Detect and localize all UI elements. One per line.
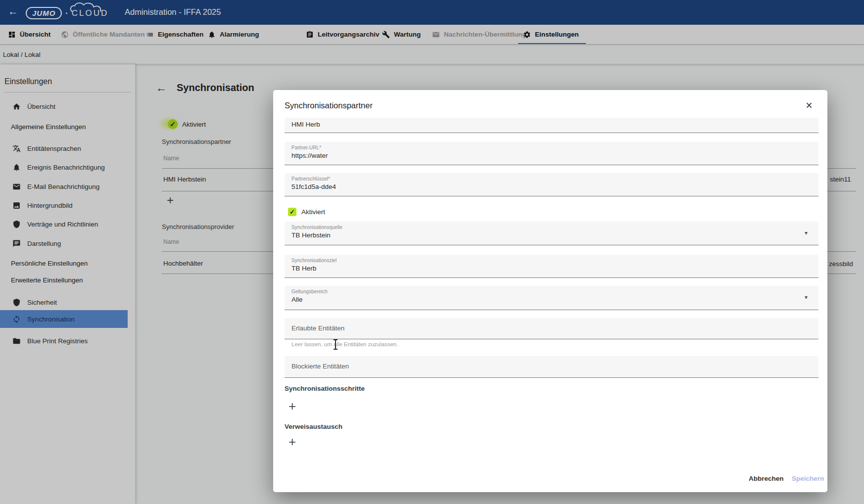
synchronisationspartner-dialog: Synchronisationspartner × HMI Herb Partn… bbox=[273, 90, 827, 492]
field-label: Partnerschlüssel* bbox=[291, 176, 818, 182]
cancel-button[interactable]: Abbrechen bbox=[749, 475, 784, 482]
chevron-down-icon[interactable]: ▾ bbox=[805, 229, 808, 236]
blockierte-entitaeten-field[interactable]: Blockierte Entitäten bbox=[285, 356, 818, 378]
partner-url-field[interactable]: Partner-URL* https://water bbox=[285, 142, 818, 165]
field-value: https://water bbox=[291, 152, 818, 159]
field-label: Geltungsbereich bbox=[291, 289, 818, 294]
close-icon[interactable]: × bbox=[802, 98, 816, 113]
text-cursor bbox=[335, 340, 336, 349]
field-label: Synchronisationsquelle bbox=[291, 225, 818, 230]
name-value: HMI Herb bbox=[291, 121, 818, 128]
aktiviert-label: Aktiviert bbox=[301, 208, 325, 216]
synchronisationsquelle-select[interactable]: Synchronisationsquelle TB Herbstein ▾ bbox=[285, 222, 818, 245]
field-label: Synchronisationsziel bbox=[291, 258, 818, 263]
erlaubte-entitaeten-hint: Leer lassen, um alle Entitäten zuzulasse… bbox=[291, 341, 398, 347]
geltungsbereich-select[interactable]: Geltungsbereich Alle ▾ bbox=[285, 286, 818, 310]
add-verweisaustausch-button[interactable]: + bbox=[288, 434, 296, 450]
field-placeholder: Blockierte Entitäten bbox=[291, 363, 818, 370]
synchronisationsziel-field[interactable]: Synchronisationsziel TB Herb bbox=[285, 255, 818, 278]
field-value: 51fc1d5a-dde4 bbox=[291, 183, 818, 190]
aktiviert-checkbox[interactable]: ✓ bbox=[288, 208, 296, 216]
field-value: Alle bbox=[291, 296, 818, 303]
verweisaustausch-heading: Verweisaustausch bbox=[285, 423, 342, 430]
name-field[interactable]: HMI Herb bbox=[285, 118, 818, 133]
dialog-title: Synchronisationspartner bbox=[285, 101, 373, 110]
synchronisationsschritte-heading: Synchronisationsschritte bbox=[285, 385, 365, 392]
erlaubte-entitaeten-field[interactable]: Erlaubte Entitäten bbox=[285, 318, 818, 339]
partnerschluessel-field[interactable]: Partnerschlüssel* 51fc1d5a-dde4 bbox=[285, 173, 818, 196]
field-value: TB Herb bbox=[291, 265, 818, 272]
chevron-down-icon[interactable]: ▾ bbox=[805, 294, 808, 301]
save-button[interactable]: Speichern bbox=[792, 475, 824, 482]
field-label: Partner-URL* bbox=[291, 145, 818, 150]
add-synchronisationsschritt-button[interactable]: + bbox=[288, 399, 296, 414]
screen: ← JUMO · CLOUD Administration - IFFA 202… bbox=[0, 0, 864, 504]
field-value: TB Herbstein bbox=[291, 231, 818, 239]
field-placeholder: Erlaubte Entitäten bbox=[291, 324, 818, 332]
